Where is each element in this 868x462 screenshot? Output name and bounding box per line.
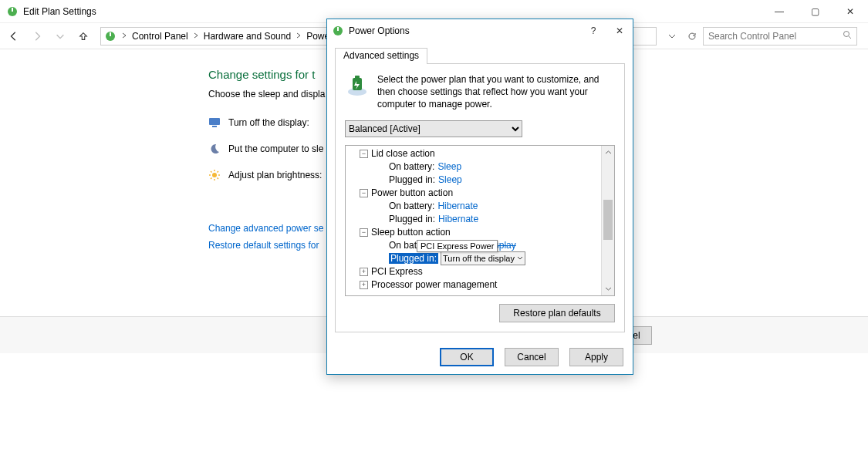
apply-button[interactable]: Apply <box>569 348 623 366</box>
search-icon <box>843 30 852 42</box>
expand-icon[interactable]: + <box>360 268 368 276</box>
tab-advanced-settings[interactable]: Advanced settings <box>335 48 427 64</box>
sleep-plugged-combo[interactable]: Turn off the display <box>441 251 525 265</box>
chevron-down-icon <box>517 253 523 264</box>
svg-rect-9 <box>337 27 339 31</box>
tree-selected-key[interactable]: Plugged in: <box>389 253 438 264</box>
monitor-icon <box>208 116 221 129</box>
svg-rect-1 <box>12 8 13 12</box>
recent-dropdown[interactable] <box>49 25 71 47</box>
svg-rect-3 <box>110 32 111 36</box>
collapse-icon[interactable]: − <box>360 150 368 158</box>
chevron-right-icon <box>191 32 201 40</box>
power-icon <box>104 30 117 42</box>
maximize-button[interactable]: ▢ <box>797 0 833 23</box>
collapse-icon[interactable]: − <box>360 228 368 237</box>
scroll-thumb[interactable] <box>603 200 613 240</box>
refresh-button[interactable] <box>683 28 701 45</box>
svg-point-7 <box>212 173 217 177</box>
settings-tree[interactable]: −Lid close action On battery:Sleep Plugg… <box>345 145 615 296</box>
cancel-button[interactable]: Cancel <box>505 348 559 366</box>
tooltip: PCI Express Power <box>417 240 498 252</box>
forward-button[interactable] <box>26 25 48 47</box>
minimize-button[interactable]: — <box>762 0 797 23</box>
search-input[interactable]: Search Control Panel <box>703 27 857 46</box>
window-title: Edit Plan Settings <box>23 6 96 17</box>
tree-node-lid[interactable]: Lid close action <box>371 148 435 159</box>
tree-node-pci[interactable]: PCI Express <box>371 266 423 277</box>
sun-icon <box>208 169 221 181</box>
expand-icon[interactable]: + <box>360 281 368 289</box>
tree-node-power-button[interactable]: Power button action <box>371 187 453 198</box>
chevron-right-icon <box>120 32 129 40</box>
up-button[interactable] <box>73 25 94 47</box>
tabstrip: Advanced settings <box>335 47 625 64</box>
tree-node-sleep-button[interactable]: Sleep button action <box>371 227 451 238</box>
svg-rect-5 <box>209 118 220 125</box>
breadcrumb-item[interactable]: Hardware and Sound <box>201 28 294 45</box>
svg-rect-6 <box>212 126 217 127</box>
power-plan-select[interactable]: Balanced [Active] <box>345 120 522 137</box>
moon-icon <box>208 143 221 155</box>
address-dropdown[interactable] <box>663 28 681 45</box>
dialog-close-button[interactable]: ✕ <box>606 19 633 42</box>
close-button[interactable]: ✕ <box>833 0 868 23</box>
back-button[interactable] <box>3 25 25 47</box>
power-options-dialog: Power Options ? ✕ Advanced settings Sele… <box>326 19 633 375</box>
restore-plan-defaults-button[interactable]: Restore plan defaults <box>499 304 615 322</box>
dialog-button-row: OK Cancel Apply <box>327 340 633 374</box>
app-icon <box>6 5 19 18</box>
help-button[interactable]: ? <box>580 19 606 42</box>
chevron-right-icon <box>294 32 303 40</box>
collapse-icon[interactable]: − <box>360 189 368 197</box>
ok-button[interactable]: OK <box>440 348 494 366</box>
tree-node-processor[interactable]: Processor power management <box>371 279 497 290</box>
svg-point-4 <box>844 32 849 37</box>
scroll-down-icon[interactable] <box>602 282 614 295</box>
battery-icon <box>345 73 370 98</box>
svg-rect-12 <box>355 76 360 79</box>
dialog-titlebar: Power Options ? ✕ <box>327 19 633 42</box>
dialog-info-text: Select the power plan that you want to c… <box>377 73 615 111</box>
dialog-title: Power Options <box>349 25 410 36</box>
search-placeholder: Search Control Panel <box>708 31 796 42</box>
tree-scrollbar[interactable] <box>601 146 614 295</box>
scroll-up-icon[interactable] <box>602 146 614 159</box>
power-icon <box>332 25 344 37</box>
breadcrumb-item[interactable]: Control Panel <box>129 28 191 45</box>
